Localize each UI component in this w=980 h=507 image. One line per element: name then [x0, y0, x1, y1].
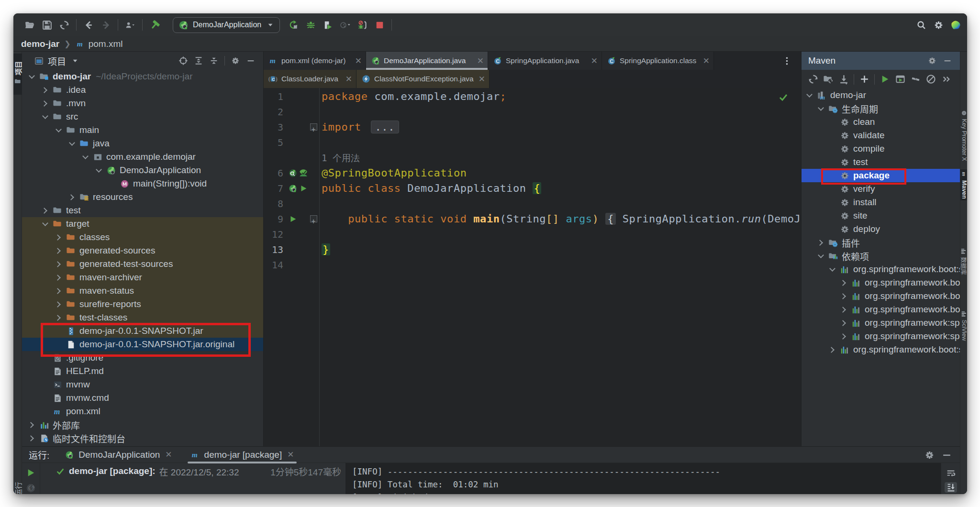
project-tree-item-test-classes[interactable]: test-classes: [22, 311, 263, 324]
expand-all-icon[interactable]: [193, 55, 204, 67]
maven-sync-icon[interactable]: [808, 72, 819, 87]
chevron-collapsed-icon[interactable]: [41, 99, 49, 108]
gutter-play-icon[interactable]: [288, 214, 298, 224]
project-tree-item-java[interactable]: java: [22, 137, 263, 150]
chevron-expanded-icon[interactable]: [28, 73, 36, 81]
project-tree-item-target[interactable]: target: [22, 217, 263, 231]
project-tree-item-test[interactable]: test: [22, 204, 263, 217]
maven-profiler2-icon[interactable]: [910, 72, 921, 87]
chevron-expanded-icon[interactable]: [817, 252, 825, 260]
attach-debugger-icon[interactable]: [356, 17, 368, 33]
editor-tab-classnotfoundexception.java[interactable]: ClassNotFoundException.java✕: [356, 70, 490, 88]
project-tree-item-maven-status[interactable]: maven-status: [22, 284, 263, 298]
chevron-collapsed-icon[interactable]: [55, 274, 63, 282]
sync-icon[interactable]: [58, 17, 70, 33]
project-tree-item-外部库[interactable]: 外部库: [22, 418, 263, 431]
editor-tab-springapplication.java[interactable]: CSpringApplication.java✕: [488, 52, 602, 70]
maven-tree-item-deploy[interactable]: deploy: [802, 222, 960, 236]
chevron-collapsed-icon[interactable]: [840, 332, 848, 341]
maven-tree-item-org.springframework:spring-webmvc:5.3.24[interactable]: org.springframework:spring-webmvc:5.3.24: [802, 330, 960, 343]
run-result-item[interactable]: demo-jar [package]: 在 2022/12/5, 22:32 1…: [40, 464, 345, 478]
forward-icon[interactable]: [100, 17, 111, 33]
chevron-collapsed-icon[interactable]: [68, 193, 76, 201]
chevron-collapsed-icon[interactable]: [41, 86, 49, 94]
breadcrumb-file[interactable]: pom.xml: [89, 39, 123, 49]
chevron-collapsed-icon[interactable]: [840, 306, 848, 314]
chevron-expanded-icon[interactable]: [817, 105, 825, 113]
run-configuration-select[interactable]: DemoJarApplication: [173, 17, 280, 33]
gear-icon[interactable]: [926, 55, 938, 67]
project-tree-item-pom.xml[interactable]: mpom.xml: [22, 405, 263, 418]
close-tab-icon[interactable]: ✕: [591, 56, 598, 66]
collapse-all-icon[interactable]: [208, 55, 220, 67]
coverage-icon[interactable]: [322, 17, 334, 33]
maven-play-box-icon[interactable]: [895, 72, 906, 87]
project-tree-item-mvnw[interactable]: mvnw: [22, 378, 263, 391]
close-icon[interactable]: ✕: [287, 450, 294, 460]
project-tree-item-临时文件和控制台[interactable]: 临时文件和控制台: [22, 431, 263, 445]
project-tree-item-demo-jar-0.0.1-snapshot.jar[interactable]: demo-jar-0.0.1-SNAPSHOT.jar: [22, 324, 263, 338]
gutter-spring-check-icon[interactable]: [299, 168, 308, 178]
maven-tree-item-生命周期[interactable]: 生命周期: [802, 102, 960, 115]
close-tab-icon[interactable]: ✕: [477, 56, 484, 66]
project-tree-item-generated-sources[interactable]: generated-sources: [22, 244, 263, 257]
run-console[interactable]: [INFO] ---------------------------------…: [345, 463, 941, 494]
debug-icon[interactable]: [305, 17, 316, 33]
maven-tree-item-package[interactable]: package: [802, 169, 960, 182]
close-tab-icon[interactable]: ✕: [345, 74, 352, 84]
maven-tree-item-site[interactable]: site: [802, 209, 960, 222]
chevron-collapsed-icon[interactable]: [840, 292, 848, 300]
close-tab-icon[interactable]: ✕: [355, 56, 362, 66]
gutter-springboot-icon[interactable]: [288, 184, 298, 193]
chevron-collapsed-icon[interactable]: [840, 319, 848, 327]
run-icon[interactable]: [288, 17, 299, 33]
toolwindow-stub-sciview[interactable]: SciView: [960, 307, 967, 344]
maven-tree-item-org.springframework.boot:spring-boot-starter-json:2.7.6[interactable]: org.springframework.boot:spring-boot-sta…: [802, 289, 960, 303]
toolwindow-stub-数据库[interactable]: 数据库: [960, 244, 967, 279]
fold-marker-icon[interactable]: [309, 122, 318, 132]
chevron-collapsed-icon[interactable]: [55, 314, 63, 322]
project-tree-item-.idea[interactable]: .idea: [22, 83, 263, 97]
chevron-expanded-icon[interactable]: [95, 166, 103, 175]
chevron-collapsed-icon[interactable]: [55, 247, 63, 255]
project-tree-item-demo-jar-0.0.1-snapshot.jar.original[interactable]: demo-jar-0.0.1-SNAPSHOT.jar.original: [22, 338, 263, 351]
close-tab-icon[interactable]: ✕: [703, 56, 710, 66]
editor-tab-demojarapplication.java[interactable]: DemoJarApplication.java✕: [366, 52, 488, 70]
maven-folder-sync-icon[interactable]: [823, 72, 834, 87]
chevron-collapsed-icon[interactable]: [55, 287, 63, 295]
chevron-collapsed-icon[interactable]: [55, 260, 63, 268]
toolwindow-stub-key-promoter-x[interactable]: Key Promoter X: [960, 107, 967, 165]
project-tree-item-main[interactable]: main: [22, 123, 263, 137]
chevron-expanded-icon[interactable]: [55, 126, 63, 134]
project-tree-item-com.example.demojar[interactable]: com.example.demojar: [22, 150, 263, 164]
chevron-collapsed-icon[interactable]: [28, 421, 36, 429]
editor-tab-pom.xml-demo-jar-[interactable]: mpom.xml (demo-jar)✕: [264, 52, 366, 70]
maven-tree-item-validate[interactable]: validate: [802, 129, 960, 142]
maven-tree-item-demo-jar[interactable]: mdemo-jar: [802, 88, 960, 102]
search-icon[interactable]: [915, 17, 927, 33]
open-folder-icon[interactable]: [24, 17, 35, 33]
maven-tree-item-verify[interactable]: verify: [802, 182, 960, 196]
hide-panel-icon[interactable]: [942, 55, 953, 67]
project-tree-item-src[interactable]: src: [22, 110, 263, 123]
fold-marker-icon[interactable]: [309, 214, 318, 224]
editor-tab-classloader.java[interactable]: (C)ClassLoader.java✕: [264, 70, 356, 88]
run-tab-demo-jar-package[interactable]: m demo-jar [package] ✕: [188, 447, 297, 463]
maven-tree-item-org.springframework.boot:spring-boot-starter-tomcat:2.7.6[interactable]: org.springframework.boot:spring-boot-sta…: [802, 303, 960, 316]
maven-tree-item-插件[interactable]: 插件: [802, 236, 960, 249]
breadcrumb-project[interactable]: demo-jar: [21, 39, 59, 49]
hide-panel-icon[interactable]: [245, 55, 256, 67]
maven-plus-icon[interactable]: [859, 72, 870, 87]
chevron-collapsed-icon[interactable]: [28, 434, 36, 442]
chevron-expanded-icon[interactable]: [41, 220, 49, 228]
run-tab-demojarapplication[interactable]: DemoJarApplication ✕: [62, 447, 175, 463]
chevron-collapsed-icon[interactable]: [828, 346, 836, 354]
toolwindow-stub-maven[interactable]: mMaven: [960, 169, 967, 200]
project-tree-item-.gitignore[interactable]: .gitignore: [22, 351, 263, 364]
project-tree-item-resources[interactable]: resources: [22, 190, 263, 204]
maven-play-green-icon[interactable]: [880, 72, 891, 87]
project-tree-item-demojarapplication[interactable]: DemoJarApplication: [22, 164, 263, 177]
gear-icon[interactable]: [933, 17, 944, 33]
project-tree-item-maven-archiver[interactable]: maven-archiver: [22, 271, 263, 284]
project-tree-item-surefire-reports[interactable]: surefire-reports: [22, 298, 263, 311]
